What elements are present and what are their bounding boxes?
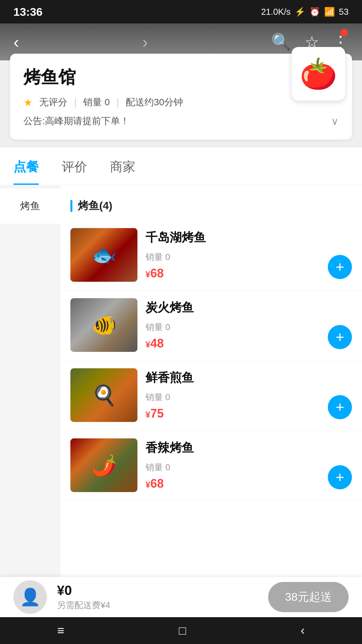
tabs: 点餐 评价 商家 bbox=[0, 148, 362, 185]
food-name-4: 香辣烤鱼 bbox=[145, 440, 320, 456]
tab-merchant[interactable]: 商家 bbox=[110, 148, 152, 185]
restaurant-logo: 🍅 bbox=[292, 47, 345, 101]
food-name-1: 千岛湖烤鱼 bbox=[145, 229, 320, 246]
food-name-2: 炭火烤鱼 bbox=[145, 300, 320, 316]
menu-item: 千岛湖烤鱼 销量 0 ¥68 + bbox=[60, 220, 362, 290]
status-bar: 13:36 21.0K/s ⚡ ⏰ 📶 53 bbox=[0, 0, 362, 23]
cart-total: ¥0 bbox=[57, 583, 268, 598]
add-button-3[interactable]: + bbox=[328, 395, 352, 419]
cart-fee: 另需配送费¥4 bbox=[57, 599, 268, 611]
status-time: 13:36 bbox=[13, 5, 43, 18]
food-sales-4: 销量 0 bbox=[145, 462, 320, 473]
menu-item: 鲜香煎鱼 销量 0 ¥75 + bbox=[60, 360, 362, 430]
category-item-grilled-fish[interactable]: 烤鱼 bbox=[0, 189, 60, 224]
battery-level: 53 bbox=[339, 7, 349, 17]
notice-expand-icon[interactable]: ∨ bbox=[331, 115, 339, 127]
nav-menu-button[interactable]: ≡ bbox=[47, 620, 74, 641]
nav-back-button[interactable]: ‹ bbox=[291, 620, 315, 641]
category-sidebar: 烤鱼 bbox=[0, 185, 60, 581]
food-info-4: 香辣烤鱼 销量 0 ¥68 bbox=[145, 438, 320, 491]
notification-dot bbox=[341, 29, 348, 36]
add-button-1[interactable]: + bbox=[328, 255, 352, 279]
cart-icon: 👤 bbox=[13, 580, 47, 614]
food-price-2: ¥48 bbox=[145, 336, 320, 351]
menu-item: 炭火烤鱼 销量 0 ¥48 + bbox=[60, 290, 362, 360]
delivery-time: 配送约30分钟 bbox=[126, 96, 183, 109]
restaurant-notice[interactable]: 公告:高峰期请提前下单！ ∨ bbox=[23, 115, 339, 127]
food-sales-2: 销量 0 bbox=[145, 321, 320, 333]
cart-info: ¥0 另需配送费¥4 bbox=[57, 583, 268, 611]
alarm-icon: ⏰ bbox=[309, 7, 320, 17]
food-image-4 bbox=[70, 438, 137, 492]
mascot-image: 🍅 bbox=[297, 52, 340, 96]
network-speed: 21.0K/s bbox=[261, 7, 291, 17]
tab-order[interactable]: 点餐 bbox=[13, 148, 55, 185]
add-button-2[interactable]: + bbox=[328, 325, 352, 349]
tab-review[interactable]: 评价 bbox=[62, 148, 103, 185]
menu-list: 烤鱼(4) 千岛湖烤鱼 销量 0 ¥68 + 炭火烤鱼 销量 0 ¥48 bbox=[60, 185, 362, 581]
search-icon[interactable]: 🔍 bbox=[271, 33, 291, 51]
food-info-1: 千岛湖烤鱼 销量 0 ¥68 bbox=[145, 228, 320, 280]
food-price-3: ¥75 bbox=[145, 407, 320, 421]
status-right: 21.0K/s ⚡ ⏰ 📶 53 bbox=[261, 7, 349, 17]
notice-text: 公告:高峰期请提前下单！ bbox=[23, 115, 331, 127]
restaurant-name: 烤鱼馆 bbox=[23, 66, 339, 89]
star-icon: ★ bbox=[23, 97, 33, 108]
back-button[interactable]: ‹ bbox=[13, 32, 19, 52]
cart-bar: 👤 ¥0 另需配送费¥4 38元起送 bbox=[0, 577, 362, 617]
main-content: 烤鱼 烤鱼(4) 千岛湖烤鱼 销量 0 ¥68 + 炭火烤鱼 销量 bbox=[0, 185, 362, 581]
food-info-2: 炭火烤鱼 销量 0 ¥48 bbox=[145, 298, 320, 351]
menu-category-header: 烤鱼(4) bbox=[60, 192, 362, 220]
category-indicator bbox=[70, 200, 72, 212]
food-price-1: ¥68 bbox=[145, 266, 320, 280]
restaurant-meta: ★ 无评分 | 销量 0 | 配送约30分钟 bbox=[23, 96, 339, 109]
menu-section-title: 烤鱼(4) bbox=[78, 199, 112, 213]
order-button[interactable]: 38元起送 bbox=[268, 582, 349, 612]
rating-text: 无评分 bbox=[39, 96, 67, 109]
food-sales-3: 销量 0 bbox=[145, 391, 320, 403]
food-sales-1: 销量 0 bbox=[145, 251, 320, 263]
sales-text: 销量 0 bbox=[83, 96, 110, 109]
food-image-2 bbox=[70, 298, 137, 352]
bluetooth-icon: ⚡ bbox=[295, 7, 305, 17]
food-image-3 bbox=[70, 368, 137, 422]
menu-item: 香辣烤鱼 销量 0 ¥68 + bbox=[60, 430, 362, 500]
signal-icon: 📶 bbox=[324, 7, 335, 17]
add-button-4[interactable]: + bbox=[328, 465, 352, 489]
bottom-nav: ≡ □ ‹ bbox=[0, 617, 362, 644]
food-price-4: ¥68 bbox=[145, 477, 320, 491]
food-name-3: 鲜香煎鱼 bbox=[145, 370, 320, 386]
forward-button[interactable]: › bbox=[142, 32, 148, 52]
nav-home-button[interactable]: □ bbox=[169, 620, 196, 641]
food-info-3: 鲜香煎鱼 销量 0 ¥75 bbox=[145, 368, 320, 421]
food-image-1 bbox=[70, 228, 137, 282]
